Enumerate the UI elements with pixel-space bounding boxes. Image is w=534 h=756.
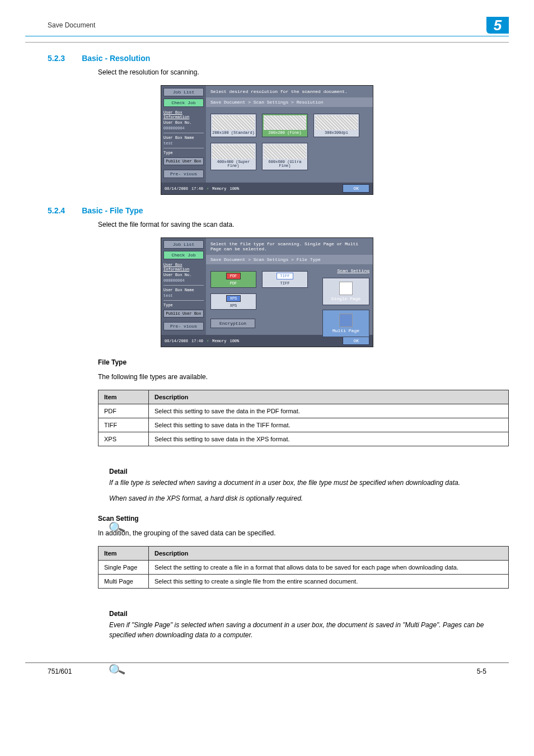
userbox-info-label: User Box Information [163, 110, 204, 119]
screenshot-resolution: Job List Check Job User Box Information … [25, 85, 509, 195]
filetype-table: Item Description PDFSelect this setting … [98, 390, 509, 446]
userbox-info-label: User Box Information [163, 263, 204, 272]
status-time: 17:40 [191, 186, 203, 191]
status-time: 17:40 [191, 339, 203, 343]
section-523-intro: Select the resolution for scanning. [98, 67, 509, 77]
footer-left: 751/601 [48, 668, 72, 675]
check-job-button[interactable]: Check Job [163, 99, 204, 107]
table-row: Multi PageSelect this setting to create … [99, 575, 509, 589]
section-523-heading: 5.2.3 Basic - Resolution [25, 54, 509, 63]
filetype-heading: File Type [98, 358, 509, 366]
filetype-intro: The following file types are available. [98, 372, 509, 382]
scan-multi-page[interactable]: Multi Page [322, 310, 369, 337]
running-title: Save Document [25, 21, 95, 29]
section-title: Basic - File Type [82, 206, 143, 215]
status-memory-value: 100% [229, 186, 239, 191]
section-number: 5.2.4 [48, 206, 65, 215]
userbox-name-value: test [163, 293, 204, 298]
previous-button[interactable]: Pre- vious [163, 170, 204, 178]
previous-button[interactable]: Pre- vious [163, 322, 204, 330]
detail-body: If a file type is selected when saving a… [109, 478, 509, 488]
res-200x100[interactable]: 200x100 (Standard) [210, 114, 256, 137]
table-row: XPSSelect this setting to save data in t… [99, 432, 509, 446]
type-label: Type [163, 151, 204, 155]
detail-label: Detail [109, 610, 509, 618]
userbox-name-label: User Box Name [163, 288, 204, 292]
th-item: Item [99, 390, 149, 404]
userbox-no-label: User Box No. [163, 273, 204, 277]
section-524-intro: Select the file format for saving the sc… [98, 220, 509, 230]
type-label: Type [163, 303, 204, 307]
breadcrumb: Save Document > Scan Settings > File Typ… [206, 255, 373, 264]
type-value: Public User Box [163, 310, 204, 318]
screen-message: Select the file type for scanning. Singl… [206, 238, 373, 255]
filetype-xps[interactable]: XPSXPS [210, 293, 256, 310]
scansetting-intro: In addition, the grouping of the saved d… [98, 528, 509, 538]
scan-setting-label: Scan Setting [322, 268, 369, 273]
status-memory-label: Memory [212, 339, 226, 343]
userbox-no-label: User Box No. [163, 120, 204, 125]
check-job-button[interactable]: Check Job [163, 251, 204, 259]
res-300x300[interactable]: 300x300dpi [313, 114, 359, 137]
header-rule-thin [25, 42, 509, 43]
chapter-number: 5 [486, 17, 509, 34]
userbox-no-value: 000000004 [163, 278, 204, 283]
userbox-no-value: 000000004 [163, 126, 204, 130]
status-date: 08/14/2008 [165, 186, 188, 191]
page-footer: 751/601 5-5 [25, 662, 509, 675]
screenshot-filetype: Job List Check Job User Box Information … [25, 237, 509, 347]
power-icon: ⚡ [207, 186, 209, 191]
job-list-button[interactable]: Job List [163, 88, 204, 96]
th-item: Item [99, 547, 149, 561]
filetype-pdf[interactable]: PDFPDF [210, 271, 256, 288]
res-600x600[interactable]: 600x600 (Ultra Fine) [262, 143, 308, 170]
detail-note-filetype: 🔍 Detail If a file type is selected when… [109, 453, 509, 503]
section-524-heading: 5.2.4 Basic - File Type [25, 206, 509, 215]
status-memory-value: 100% [229, 339, 239, 343]
ok-button[interactable]: OK [343, 337, 369, 345]
status-date: 08/14/2008 [165, 339, 188, 343]
table-row: Single PageSelect the setting to create … [99, 561, 509, 575]
res-400x400[interactable]: 400x400 (Super Fine) [210, 143, 256, 170]
userbox-name-value: test [163, 141, 204, 146]
encryption-button[interactable]: Encryption [210, 319, 255, 328]
breadcrumb: Save Document > Scan Settings > Resoluti… [206, 97, 373, 107]
power-icon: ⚡ [207, 339, 209, 343]
section-title: Basic - Resolution [82, 54, 150, 63]
status-memory-label: Memory [212, 186, 226, 191]
detail-label: Detail [109, 468, 509, 475]
section-number: 5.2.3 [48, 54, 65, 63]
screen-message: Select desired resolution for the scanne… [206, 86, 373, 97]
ok-button[interactable]: OK [343, 184, 369, 193]
header-rule-blue [25, 36, 509, 36]
job-list-button[interactable]: Job List [163, 240, 204, 249]
scan-single-page[interactable]: Single Page [322, 278, 369, 305]
running-header: Save Document 5 [25, 17, 509, 34]
detail-note-scansetting: 🔍 Detail Even if "Single Page" is select… [109, 595, 509, 640]
type-value: Public User Box [163, 157, 204, 165]
table-row: TIFFSelect this setting to save data in … [99, 418, 509, 432]
filetype-tiff[interactable]: TIFFTIFF [262, 271, 308, 288]
userbox-name-label: User Box Name [163, 136, 204, 140]
res-200x200[interactable]: 200x200 (Fine) [262, 114, 308, 137]
detail-body: Even if "Single Page" is selected when s… [109, 620, 509, 640]
footer-right: 5-5 [477, 668, 486, 675]
